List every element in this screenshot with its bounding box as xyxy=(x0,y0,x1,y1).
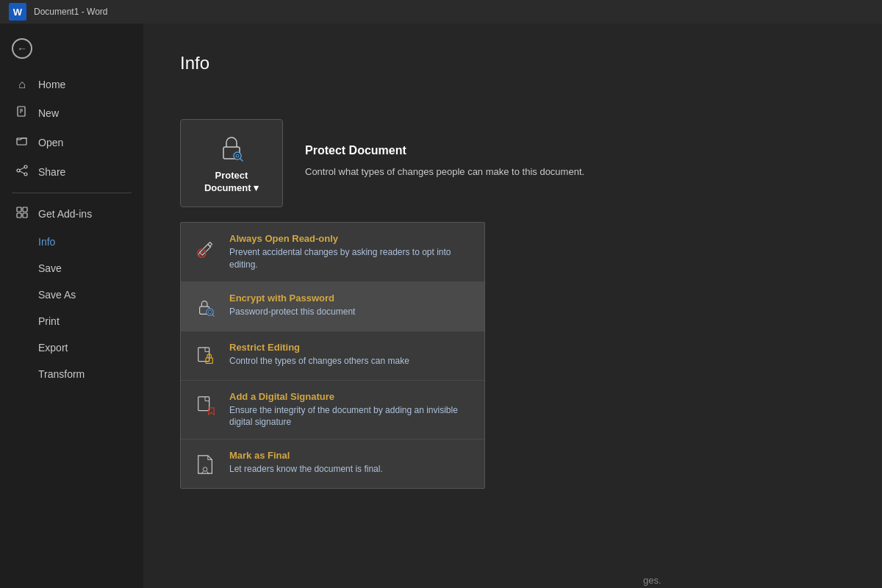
protect-section-desc: Control what types of changes people can… xyxy=(305,165,584,180)
sidebar-item-share[interactable]: Share xyxy=(0,157,143,187)
svg-point-27 xyxy=(209,359,210,361)
sidebar-item-print-label: Print xyxy=(38,315,60,327)
open-icon xyxy=(15,135,29,150)
back-circle-icon: ← xyxy=(12,38,32,59)
protect-document-icon xyxy=(217,132,246,164)
sidebar-item-info-label: Info xyxy=(38,236,55,248)
always-open-read-only-text: Always Open Read-only Prevent accidental… xyxy=(229,233,473,271)
sidebar-item-info[interactable]: Info xyxy=(0,229,143,255)
svg-line-24 xyxy=(212,314,214,315)
svg-rect-11 xyxy=(23,207,27,212)
sidebar-item-get-add-ins[interactable]: Get Add-ins xyxy=(0,199,143,229)
mark-as-final-icon xyxy=(193,451,219,478)
restrict-editing-icon xyxy=(193,343,219,370)
get-add-ins-icon xyxy=(15,207,29,221)
sidebar-item-print[interactable]: Print xyxy=(0,308,143,334)
back-button[interactable]: ← xyxy=(0,31,143,66)
sidebar-item-new-label: New xyxy=(38,107,59,119)
svg-rect-13 xyxy=(23,213,27,218)
svg-rect-4 xyxy=(17,138,26,145)
sidebar-item-get-add-ins-label: Get Add-ins xyxy=(38,208,92,220)
dropdown-item-restrict-editing[interactable]: Restrict Editing Control the types of ch… xyxy=(181,331,484,381)
svg-rect-12 xyxy=(17,213,21,218)
sidebar-item-transform-label: Transform xyxy=(38,368,85,380)
protect-section-title: Protect Document xyxy=(305,141,584,160)
add-digital-signature-icon xyxy=(193,392,219,419)
protect-document-dropdown: Always Open Read-only Prevent accidental… xyxy=(180,222,485,489)
encrypt-with-password-icon xyxy=(193,294,219,320)
sidebar-item-open-label: Open xyxy=(38,137,63,148)
encrypt-with-password-title: Encrypt with Password xyxy=(229,293,473,304)
mark-as-final-title: Mark as Final xyxy=(229,450,473,461)
sidebar-item-open[interactable]: Open xyxy=(0,128,143,157)
sidebar-item-save-as-label: Save As xyxy=(38,289,76,301)
bg-text-4: ges. xyxy=(643,575,662,586)
svg-line-8 xyxy=(20,168,24,170)
dropdown-item-add-digital-signature[interactable]: Add a Digital Signature Ensure the integ… xyxy=(181,381,484,440)
svg-point-29 xyxy=(203,467,207,472)
sidebar-divider xyxy=(12,193,132,193)
sidebar-item-new[interactable]: New xyxy=(0,98,143,128)
restrict-editing-desc: Control the types of changes others can … xyxy=(229,355,473,368)
content-area: Info ProtectDocument ▾ Protect Document xyxy=(143,24,882,588)
sidebar-item-home-label: Home xyxy=(38,79,65,90)
svg-point-6 xyxy=(24,173,27,176)
restrict-editing-title: Restrict Editing xyxy=(229,342,473,353)
svg-rect-10 xyxy=(17,207,21,212)
add-digital-signature-title: Add a Digital Signature xyxy=(229,391,473,402)
dropdown-item-always-open-read-only[interactable]: Always Open Read-only Prevent accidental… xyxy=(181,223,484,282)
add-digital-signature-desc: Ensure the integrity of the document by … xyxy=(229,404,473,429)
always-open-read-only-title: Always Open Read-only xyxy=(229,233,473,244)
sidebar-item-share-label: Share xyxy=(38,166,65,178)
main-layout: ← ⌂ Home New xyxy=(0,24,882,588)
sidebar-item-save-label: Save xyxy=(38,262,62,274)
sidebar-item-save-as[interactable]: Save As xyxy=(0,282,143,308)
new-icon xyxy=(15,106,29,121)
svg-rect-28 xyxy=(198,396,209,410)
dropdown-item-encrypt-with-password[interactable]: Encrypt with Password Password-protect t… xyxy=(181,282,484,331)
sidebar-item-export-label: Export xyxy=(38,342,68,354)
add-digital-signature-text: Add a Digital Signature Ensure the integ… xyxy=(229,391,473,429)
share-icon xyxy=(15,165,29,179)
svg-line-9 xyxy=(20,171,24,173)
sidebar: ← ⌂ Home New xyxy=(0,24,143,588)
svg-line-16 xyxy=(240,159,243,161)
sidebar-item-save[interactable]: Save xyxy=(0,255,143,282)
home-icon: ⌂ xyxy=(15,78,29,91)
svg-point-7 xyxy=(17,169,20,172)
title-bar: W Document1 - Word xyxy=(0,0,882,24)
page-title: Info xyxy=(180,53,845,74)
svg-point-5 xyxy=(24,165,27,168)
always-open-read-only-desc: Prevent accidental changes by asking rea… xyxy=(229,246,473,271)
sidebar-item-home[interactable]: ⌂ Home xyxy=(0,71,143,98)
sidebar-item-transform[interactable]: Transform xyxy=(0,361,143,387)
always-open-read-only-icon xyxy=(193,234,219,261)
restrict-editing-text: Restrict Editing Control the types of ch… xyxy=(229,342,473,368)
dropdown-item-mark-as-final[interactable]: Mark as Final Let readers know the docum… xyxy=(181,440,484,488)
protect-section-info: Protect Document Control what types of c… xyxy=(305,141,584,179)
protect-document-button-label: ProtectDocument ▾ xyxy=(204,170,259,195)
encrypt-with-password-desc: Password-protect this document xyxy=(229,306,473,318)
protect-document-button[interactable]: ProtectDocument ▾ xyxy=(180,119,283,207)
mark-as-final-text: Mark as Final Let readers know the docum… xyxy=(229,450,473,476)
word-logo: W xyxy=(9,3,26,21)
title-bar-text: Document1 - Word xyxy=(34,7,107,17)
encrypt-with-password-text: Encrypt with Password Password-protect t… xyxy=(229,293,473,318)
sidebar-item-export[interactable]: Export xyxy=(0,334,143,361)
mark-as-final-desc: Let readers know the document is final. xyxy=(229,463,473,476)
